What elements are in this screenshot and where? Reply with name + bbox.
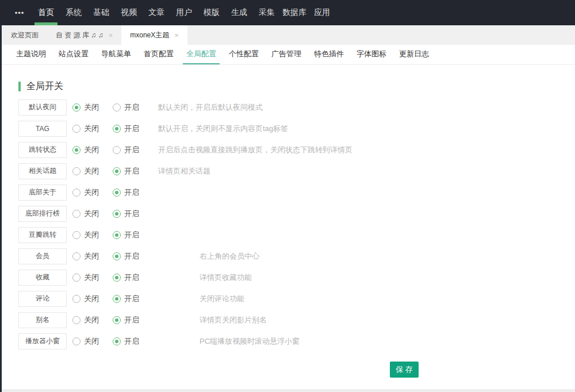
radio-off[interactable]: 关闭 [72, 272, 99, 283]
setting-name: 跳转状态 [18, 142, 67, 158]
radio-on[interactable]: 开启 [113, 145, 139, 155]
subnav-item[interactable]: 全局配置 [183, 45, 220, 64]
topbar-item[interactable]: 视频 [115, 0, 143, 25]
radio-off[interactable]: 关闭 [72, 209, 99, 219]
setting-description: 详情页收藏功能 [200, 272, 252, 283]
radio-on[interactable]: 开启 [113, 187, 139, 198]
radio-on[interactable]: 开启 [113, 102, 139, 113]
subnav-item[interactable]: 特色插件 [310, 45, 347, 64]
topbar-item[interactable]: 数据库 [281, 0, 308, 25]
radio-circle-icon [113, 274, 121, 282]
setting-name: 播放器小窗 [18, 333, 67, 349]
subnav-item[interactable]: 广告管理 [268, 45, 305, 64]
radio-circle-icon [113, 252, 121, 260]
radio-off[interactable]: 关闭 [72, 124, 99, 134]
more-menu-icon[interactable]: ••• [13, 0, 26, 25]
radio-off[interactable]: 关闭 [72, 315, 99, 325]
radio-off-label: 关闭 [84, 187, 99, 198]
radio-on-label: 开启 [124, 102, 139, 113]
radio-off-label: 关闭 [84, 124, 99, 134]
radio-circle-icon [72, 252, 80, 260]
close-icon[interactable]: × [174, 32, 179, 39]
radio-off[interactable]: 关闭 [72, 102, 99, 113]
subnav-item-label: 全局配置 [186, 49, 216, 59]
workspace-tab[interactable]: 自 资 源 库 ♫ ♫ × [47, 25, 121, 45]
radio-on-label: 开启 [124, 251, 139, 262]
radio-on-label: 开启 [124, 315, 139, 325]
radio-off[interactable]: 关闭 [72, 230, 99, 240]
radio-off[interactable]: 关闭 [72, 145, 99, 155]
subnav-item[interactable]: 主题说明 [13, 45, 49, 64]
radio-on[interactable]: 开启 [113, 336, 139, 347]
radio-circle-icon [113, 231, 121, 239]
topbar-item[interactable]: 采集 [253, 0, 281, 25]
radio-on-label: 开启 [124, 272, 139, 283]
radio-circle-icon [72, 274, 80, 282]
radio-on[interactable]: 开启 [113, 124, 139, 134]
subnav-item[interactable]: 个性配置 [225, 45, 262, 64]
radio-off[interactable]: 关闭 [72, 187, 99, 198]
setting-description: 详情页相关话题 [158, 166, 210, 176]
topbar-item[interactable]: 系统 [60, 0, 87, 25]
subnav-item[interactable]: 导航菜单 [98, 45, 135, 64]
radio-circle-icon [72, 337, 80, 345]
radio-circle-icon [113, 295, 121, 303]
radio-circle-icon [113, 316, 121, 324]
setting-description: PC端播放视频时滚动悬浮小窗 [200, 336, 300, 347]
subnav-item[interactable]: 更新日志 [396, 45, 432, 64]
workspace-tab[interactable]: 欢迎页面 [2, 25, 47, 45]
setting-row: 豆瓣跳转 关闭 开启 [0, 224, 575, 245]
radio-circle-icon [72, 103, 80, 112]
setting-row: 别名 关闭 开启 详情页关闭影片别名 [0, 309, 575, 330]
radio-on[interactable]: 开启 [113, 251, 139, 262]
setting-name: 相关话题 [18, 163, 67, 179]
radio-circle-icon [72, 295, 80, 303]
topbar-item[interactable]: 应用 [308, 0, 336, 25]
topbar-item[interactable]: 基础 [87, 0, 115, 25]
setting-name: 默认夜间 [18, 99, 67, 116]
topbar-item[interactable]: 首页 [32, 0, 60, 25]
radio-off[interactable]: 关闭 [72, 294, 99, 304]
radio-off-label: 关闭 [84, 336, 99, 347]
setting-name: 底部排行榜 [18, 206, 67, 222]
radio-on[interactable]: 开启 [113, 294, 139, 304]
subnav-item[interactable]: 字体图标 [353, 45, 390, 64]
radio-on[interactable]: 开启 [113, 315, 139, 325]
radio-circle-icon [72, 231, 80, 239]
section-header: 全局开关 [18, 80, 575, 92]
radio-off[interactable]: 关闭 [72, 166, 99, 176]
save-row: 保 存 [0, 362, 575, 378]
radio-on[interactable]: 开启 [113, 166, 139, 176]
topbar-item[interactable]: 模版 [198, 0, 225, 25]
save-button[interactable]: 保 存 [390, 362, 419, 378]
radio-off-label: 关闭 [84, 272, 99, 283]
radio-on[interactable]: 开启 [113, 272, 139, 283]
topbar-item[interactable]: 用户 [170, 0, 198, 25]
subnav-item[interactable]: 站点设置 [55, 45, 92, 64]
topbar-item[interactable]: 生成 [225, 0, 253, 25]
subnav-item[interactable]: 首页配置 [140, 45, 177, 64]
setting-name: 底部关于 [18, 185, 67, 201]
setting-description: 默认关闭，开启后默认夜间模式 [158, 102, 263, 113]
radio-off-label: 关闭 [84, 102, 99, 113]
radio-on-label: 开启 [124, 230, 139, 240]
tab-label: mxoneX主题 [130, 30, 169, 40]
horizontal-scrollbar[interactable] [0, 389, 575, 392]
setting-row: 会员 关闭 开启 右上角的会员中心 [0, 245, 575, 267]
setting-name: 豆瓣跳转 [18, 227, 67, 243]
subnav-item-label: 导航菜单 [101, 49, 131, 59]
radio-off[interactable]: 关闭 [72, 336, 99, 347]
topbar-item[interactable]: 文章 [143, 0, 170, 25]
close-icon[interactable]: × [109, 32, 113, 39]
tab-label: 欢迎页面 [11, 30, 39, 40]
radio-on[interactable]: 开启 [113, 209, 139, 219]
radio-off-label: 关闭 [84, 294, 99, 304]
subnav-item-label: 个性配置 [229, 49, 259, 59]
radio-off-label: 关闭 [84, 251, 99, 262]
setting-row: 相关话题 关闭 开启 详情页相关话题 [0, 160, 575, 182]
radio-off[interactable]: 关闭 [72, 251, 99, 262]
workspace-tab[interactable]: mxoneX主题 × [121, 25, 187, 45]
topbar-item-label: 生成 [231, 7, 247, 18]
radio-on-label: 开启 [124, 336, 139, 347]
radio-on[interactable]: 开启 [113, 230, 139, 240]
